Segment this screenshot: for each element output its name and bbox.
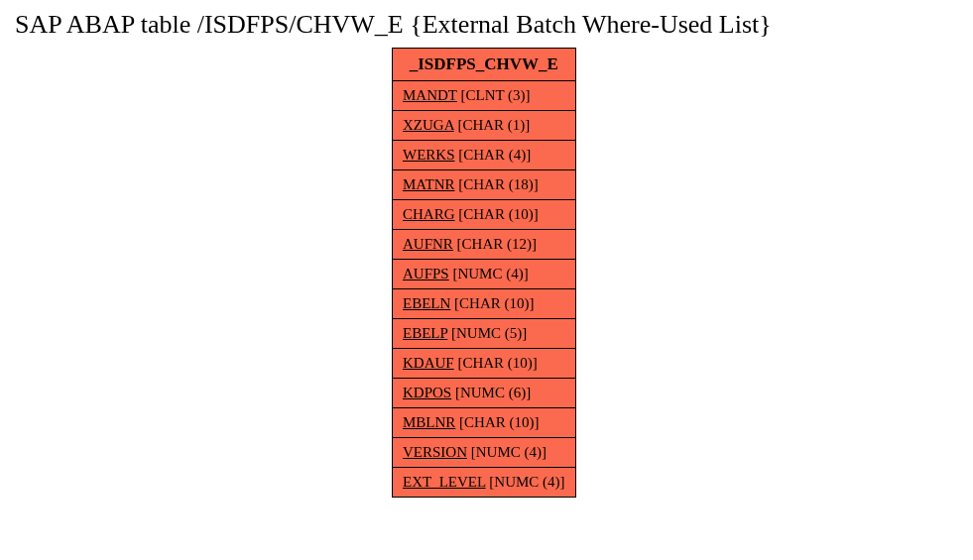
table-row: EBELN [CHAR (10)] <box>393 289 576 319</box>
page-title: SAP ABAP table /ISDFPS/CHVW_E {External … <box>15 10 772 40</box>
table-row: AUFNR [CHAR (12)] <box>393 230 576 260</box>
table-row: MATNR [CHAR (18)] <box>393 170 576 200</box>
field-name: EBELN <box>403 295 450 311</box>
field-type: [CHAR (12)] <box>457 236 537 252</box>
field-name: AUFPS <box>403 266 449 281</box>
abap-table-diagram: _ISDFPS_CHVW_E MANDT [CLNT (3)] XZUGA [C… <box>392 48 576 498</box>
field-type: [NUMC (4)] <box>471 444 547 460</box>
table-row: XZUGA [CHAR (1)] <box>393 111 576 141</box>
table-row: WERKS [CHAR (4)] <box>393 141 576 170</box>
field-name: WERKS <box>403 147 455 163</box>
table-row: AUFPS [NUMC (4)] <box>393 260 576 289</box>
field-type: [NUMC (4)] <box>452 266 528 281</box>
field-name: AUFNR <box>403 236 453 252</box>
field-type: [CHAR (10)] <box>459 414 539 430</box>
field-name: MATNR <box>403 176 455 192</box>
field-type: [CHAR (1)] <box>457 117 530 133</box>
field-type: [NUMC (5)] <box>451 325 527 341</box>
table-row: KDAUF [CHAR (10)] <box>393 349 576 379</box>
table-row: EXT_LEVEL [NUMC (4)] <box>393 468 576 498</box>
field-name: EBELP <box>403 325 447 341</box>
field-name: KDPOS <box>403 385 451 400</box>
field-name: XZUGA <box>403 117 454 133</box>
field-type: [CHAR (10)] <box>457 355 537 371</box>
field-type: [CHAR (10)] <box>454 295 534 311</box>
field-name: VERSION <box>403 444 467 460</box>
field-name: EXT_LEVEL <box>403 474 486 490</box>
field-name: MANDT <box>403 87 457 103</box>
field-name: CHARG <box>403 206 455 222</box>
field-type: [NUMC (4)] <box>489 474 564 490</box>
field-type: [CHAR (18)] <box>458 176 538 192</box>
table-row: KDPOS [NUMC (6)] <box>393 379 576 408</box>
table-row: CHARG [CHAR (10)] <box>393 200 576 230</box>
table-row: VERSION [NUMC (4)] <box>393 438 576 468</box>
field-type: [NUMC (6)] <box>455 385 531 400</box>
field-name: KDAUF <box>403 355 454 371</box>
field-name: MBLNR <box>403 414 455 430</box>
table-row: EBELP [NUMC (5)] <box>393 319 576 349</box>
table-header: _ISDFPS_CHVW_E <box>393 49 576 81</box>
field-type: [CLNT (3)] <box>460 87 530 103</box>
field-type: [CHAR (4)] <box>458 147 531 163</box>
field-type: [CHAR (10)] <box>458 206 538 222</box>
table-row: MANDT [CLNT (3)] <box>393 81 576 111</box>
table-row: MBLNR [CHAR (10)] <box>393 408 576 438</box>
